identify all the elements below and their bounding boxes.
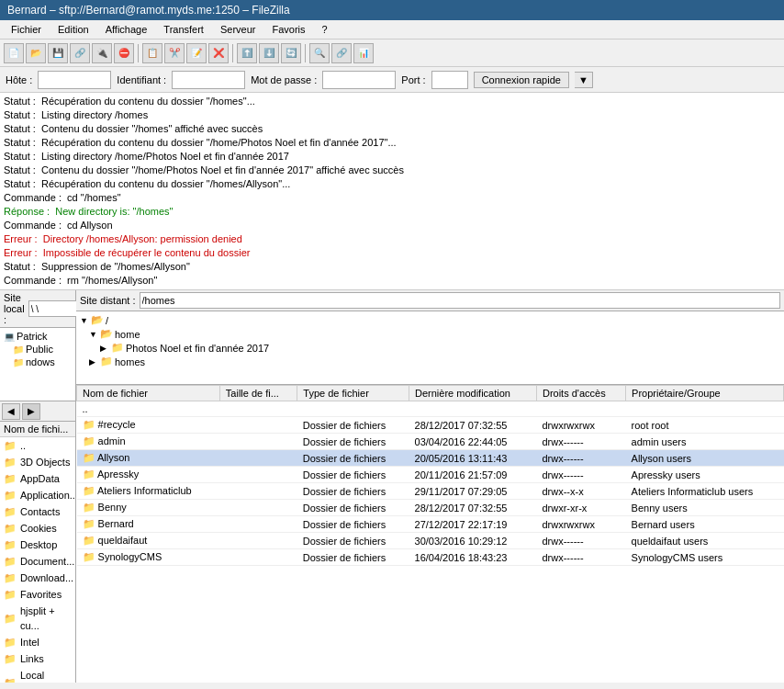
- col-header[interactable]: Droits d'accès: [536, 386, 625, 401]
- toolbar-btn16[interactable]: 📊: [353, 43, 374, 63]
- connect-button[interactable]: Connexion rapide: [474, 72, 569, 88]
- table-cell: drwxr-xr-x: [536, 500, 625, 516]
- connect-dropdown[interactable]: ▼: [575, 72, 593, 88]
- toolbar-btn8[interactable]: ✂️: [164, 43, 185, 63]
- list-item[interactable]: 📁Application...: [0, 487, 75, 503]
- menu-serveur[interactable]: Serveur: [213, 22, 263, 37]
- table-cell: 03/04/2016 22:44:05: [409, 434, 537, 450]
- table-cell: [297, 401, 409, 417]
- tree-item[interactable]: ▶📁 Photos Noel et fin d'année 2017: [78, 341, 782, 355]
- toolbar-btn11[interactable]: ⬆️: [237, 43, 257, 63]
- table-cell: [219, 401, 297, 417]
- folder-icon: 📁: [4, 651, 17, 666]
- left-forward-btn[interactable]: ▶: [22, 403, 40, 420]
- toolbar-btn14[interactable]: 🔍: [309, 43, 330, 63]
- toolbar-btn6[interactable]: ⛔: [114, 43, 134, 63]
- toolbar-open-btn[interactable]: 📂: [26, 43, 46, 63]
- list-item[interactable]: 📁Contacts: [0, 503, 75, 520]
- list-item[interactable]: 📁3D Objects: [0, 454, 75, 470]
- toolbar-btn9[interactable]: 📝: [186, 43, 207, 63]
- tree-folder-icon: 📂: [100, 328, 113, 340]
- toolbar-btn15[interactable]: 🔗: [331, 43, 352, 63]
- table-cell: 27/12/2017 22:17:19: [409, 516, 537, 533]
- col-header[interactable]: Propriétaire/Groupe: [626, 386, 784, 401]
- table-cell: 28/12/2017 07:32:55: [409, 417, 537, 434]
- toolbar-new-btn[interactable]: 📄: [4, 43, 24, 63]
- left-tree-public[interactable]: 📁 Public: [2, 343, 73, 356]
- toolbar-save-btn[interactable]: 💾: [48, 43, 68, 63]
- menu-favoris[interactable]: Favoris: [264, 22, 312, 37]
- list-item[interactable]: 📁Local Setti...: [0, 667, 75, 683]
- list-item[interactable]: 📁hjsplit + cu...: [0, 603, 75, 634]
- left-tree-windows[interactable]: 📁 ndows: [2, 356, 73, 368]
- toolbar-btn12[interactable]: ⬇️: [259, 43, 279, 63]
- list-item[interactable]: 📁..: [0, 437, 75, 454]
- expand-icon[interactable]: ▶: [89, 357, 98, 367]
- menubar: Fichier Edition Affichage Transfert Serv…: [0, 20, 784, 40]
- log-line-statut: Statut : Contenu du dossier "/homes" aff…: [4, 122, 780, 136]
- list-item[interactable]: 📁AppData: [0, 470, 75, 487]
- col-header[interactable]: Nom de fichier: [77, 386, 220, 401]
- menu-transfert[interactable]: Transfert: [156, 22, 211, 37]
- table-cell: drwx------: [536, 467, 625, 483]
- toolbar-btn5[interactable]: 🔌: [92, 43, 112, 63]
- tree-item[interactable]: ▼📂 home: [78, 327, 782, 341]
- table-row[interactable]: 📁 #recycleDossier de fichiers28/12/2017 …: [77, 417, 784, 434]
- table-cell: admin users: [626, 434, 784, 450]
- table-row[interactable]: ..: [77, 401, 784, 417]
- hote-label: Hôte :: [6, 74, 32, 85]
- table-row[interactable]: 📁 BennyDossier de fichiers28/12/2017 07:…: [77, 500, 784, 516]
- expand-icon[interactable]: ▼: [89, 330, 98, 339]
- expand-icon[interactable]: ▶: [100, 344, 109, 353]
- port-input[interactable]: [431, 71, 468, 89]
- table-body: ..📁 #recycleDossier de fichiers28/12/201…: [77, 401, 784, 566]
- tree-item[interactable]: ▼📂 /: [78, 313, 782, 327]
- table-cell: [219, 450, 297, 467]
- table-row[interactable]: 📁 SynologyCMSDossier de fichiers16/04/20…: [77, 549, 784, 566]
- table-row[interactable]: 📁 adminDossier de fichiers03/04/2016 22:…: [77, 434, 784, 450]
- toolbar-btn7[interactable]: 📋: [142, 43, 162, 63]
- left-col-name: Nom de fichi...: [4, 424, 68, 435]
- left-back-btn[interactable]: ◀: [2, 403, 20, 420]
- menu-help[interactable]: ?: [315, 22, 335, 37]
- list-item[interactable]: 📁Document...: [0, 553, 75, 570]
- table-cell: [219, 434, 297, 450]
- col-header[interactable]: Taille de fi...: [219, 386, 297, 401]
- table-row[interactable]: 📁 Ateliers InformaticlubDossier de fichi…: [77, 483, 784, 500]
- list-item[interactable]: 📁Intel: [0, 634, 75, 650]
- tree-item[interactable]: ▶📁 homes: [78, 355, 782, 368]
- list-item[interactable]: 📁Download...: [0, 570, 75, 586]
- menu-edition[interactable]: Edition: [50, 22, 96, 37]
- table-cell: 📁 queldaifaut: [77, 533, 220, 549]
- menu-affichage[interactable]: Affichage: [98, 22, 155, 37]
- left-tree-root[interactable]: 💻 Patrick: [2, 330, 73, 343]
- table-row[interactable]: 📁 AllysonDossier de fichiers20/05/2016 1…: [77, 450, 784, 467]
- motdepasse-input[interactable]: [322, 71, 396, 89]
- table-cell: 📁 SynologyCMS: [77, 549, 220, 566]
- toolbar-btn10[interactable]: ❌: [208, 43, 229, 63]
- table-cell: Bernard users: [626, 516, 784, 533]
- list-item[interactable]: 📁Favorites: [0, 586, 75, 603]
- table-cell: Dossier de fichiers: [297, 434, 409, 450]
- computer-icon: 💻: [4, 332, 15, 342]
- identifiant-input[interactable]: [172, 71, 245, 89]
- table-row[interactable]: 📁 ApresskyDossier de fichiers20/11/2016 …: [77, 467, 784, 483]
- list-item[interactable]: 📁Cookies: [0, 520, 75, 537]
- menu-fichier[interactable]: Fichier: [4, 22, 49, 37]
- col-header[interactable]: Type de fichier: [297, 386, 409, 401]
- table-row[interactable]: 📁 queldaifautDossier de fichiers30/03/20…: [77, 533, 784, 549]
- list-item[interactable]: 📁Desktop: [0, 537, 75, 553]
- folder-icon: 📁: [4, 570, 17, 585]
- hote-input[interactable]: [38, 71, 111, 89]
- table-row[interactable]: 📁 BernardDossier de fichiers27/12/2017 2…: [77, 516, 784, 533]
- toolbar-btn4[interactable]: 🔗: [70, 43, 90, 63]
- toolbar-btn13[interactable]: 🔄: [281, 43, 301, 63]
- col-header[interactable]: Dernière modification: [409, 386, 537, 401]
- expand-icon[interactable]: ▼: [80, 316, 89, 325]
- title-text: Bernard – sftp://Bernard@ramot.myds.me:1…: [7, 4, 290, 17]
- right-path-input[interactable]: [140, 292, 780, 309]
- table-cell: Dossier de fichiers: [297, 500, 409, 516]
- list-item[interactable]: 📁Links: [0, 650, 75, 667]
- folder-icon: 📁: [83, 485, 95, 496]
- log-line-statut: Statut : Récupération du contenu du doss…: [4, 177, 780, 191]
